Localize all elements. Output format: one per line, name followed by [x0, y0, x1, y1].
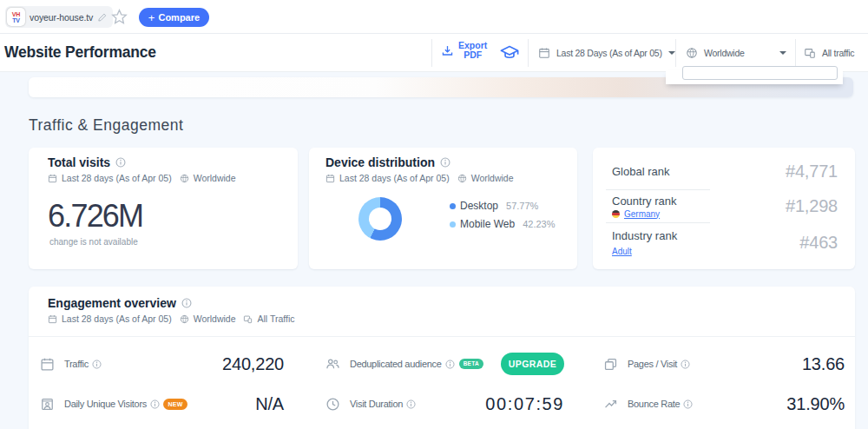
- calendar-icon: [326, 174, 335, 183]
- dedup-label: Deduplicated audience: [350, 359, 442, 369]
- calendar-icon: [40, 357, 55, 372]
- total-visits-date: Last 28 days (As of Apr 05): [62, 173, 172, 183]
- compare-button[interactable]: +Compare: [139, 8, 209, 27]
- industry-link[interactable]: Adult: [612, 247, 632, 256]
- global-rank-row: Global rank #4,771: [593, 148, 855, 189]
- engagement-traffic: All Traffic: [257, 314, 294, 324]
- geo-label: Worldwide: [704, 48, 745, 58]
- export-pdf-button[interactable]: Export PDF: [441, 41, 487, 60]
- metric-pages-visit: Pages / Visit 13.66: [603, 347, 845, 380]
- legend-item-desktop: Desktop 57.77%: [450, 200, 555, 212]
- duration-label: Visit Duration: [350, 399, 403, 409]
- device-legend: Desktop 57.77% Mobile Web 42.23%: [450, 200, 555, 230]
- daily-unique-label: Daily Unique Visitors: [64, 399, 147, 409]
- metric-deduplicated-audience: Deduplicated audience BETA UPGRADE: [326, 347, 564, 380]
- page: VH TV voyeur-house.tv +Compare Website P…: [0, 0, 868, 429]
- download-icon: [441, 44, 454, 57]
- germany-flag-icon: [612, 210, 620, 218]
- toolbar-separator: [528, 39, 529, 67]
- total-visits-geo: Worldwide: [194, 173, 236, 183]
- top-bar: VH TV voyeur-house.tv +Compare: [0, 0, 868, 34]
- metrics-row-1: Traffic 240,220 Deduplicated audience BE…: [29, 347, 855, 380]
- country-link[interactable]: Germany: [624, 209, 660, 219]
- industry-rank-value: #463: [799, 233, 838, 253]
- traffic-label: All traffic: [822, 48, 854, 58]
- calendar-icon: [48, 314, 57, 324]
- metric-bounce-rate: Bounce Rate 31.90%: [603, 387, 845, 420]
- geo-search-input[interactable]: [682, 66, 838, 80]
- export-label-line2: PDF: [458, 50, 487, 60]
- globe-icon: [180, 314, 189, 324]
- info-icon[interactable]: [92, 360, 102, 369]
- bounce-arrow-icon: [603, 397, 618, 412]
- mobile-dot: [450, 221, 456, 228]
- toolbar-separator: [795, 39, 796, 67]
- device-distribution-title: Device distribution: [326, 155, 435, 169]
- calendar-icon: [538, 47, 550, 59]
- device-date: Last 28 days (As of Apr 05): [339, 173, 450, 183]
- rank-card: Global rank #4,771 Country rank Germany …: [593, 148, 855, 269]
- site-tab[interactable]: VH TV voyeur-house.tv: [5, 6, 113, 28]
- engagement-overview-card: Engagement overview Last 28 days (As of …: [29, 287, 855, 429]
- device-distribution-card: Device distribution Last 28 days (As of …: [309, 148, 577, 269]
- devices-icon: [243, 314, 253, 324]
- info-icon[interactable]: [681, 360, 690, 369]
- caret-down-icon: [779, 51, 786, 55]
- info-icon[interactable]: [181, 298, 192, 308]
- site-name: voyeur-house.tv: [30, 12, 93, 23]
- info-icon[interactable]: [683, 399, 693, 409]
- favorite-star-icon[interactable]: [111, 9, 128, 25]
- legend-item-mobile: Mobile Web 42.23%: [450, 218, 555, 230]
- device-geo: Worldwide: [471, 173, 514, 183]
- metric-daily-unique-visitors: Daily Unique Visitors NEW N/A: [40, 387, 284, 420]
- duration-value: 00:07:59: [485, 394, 564, 414]
- pages-label: Pages / Visit: [628, 359, 677, 369]
- education-cap-icon[interactable]: [500, 43, 519, 63]
- section-title: Traffic & Engagement: [29, 116, 183, 135]
- global-rank-value: #4,771: [786, 162, 838, 182]
- info-icon[interactable]: [150, 399, 160, 409]
- pages-value: 13.66: [802, 354, 845, 374]
- calendar-icon: [48, 174, 57, 183]
- info-icon[interactable]: [440, 157, 450, 168]
- page-title: Website Performance: [4, 43, 156, 62]
- country-rank-value: #1,298: [786, 196, 838, 216]
- users-icon: [326, 357, 340, 372]
- engagement-geo: Worldwide: [194, 314, 236, 324]
- person-card-icon: [40, 397, 55, 412]
- pages-icon: [603, 357, 618, 372]
- caret-down-icon: [668, 51, 675, 55]
- bounce-label: Bounce Rate: [628, 399, 680, 409]
- traffic-label: Traffic: [64, 359, 89, 369]
- favicon-text-bottom: TV: [12, 17, 20, 23]
- upgrade-button[interactable]: UPGRADE: [501, 353, 564, 375]
- engagement-title: Engagement overview: [48, 296, 176, 310]
- mobile-label: Mobile Web: [460, 218, 515, 230]
- info-icon[interactable]: [406, 399, 416, 409]
- country-rank-label: Country rank: [612, 195, 676, 208]
- country-rank-row: Country rank Germany #1,298: [593, 190, 855, 222]
- mobile-pct: 42.23%: [523, 219, 555, 229]
- info-icon[interactable]: [115, 157, 126, 168]
- info-icon[interactable]: [445, 360, 455, 369]
- traffic-value: 240,220: [222, 354, 284, 374]
- global-rank-label: Global rank: [612, 165, 669, 178]
- compare-label: Compare: [158, 12, 200, 23]
- globe-icon: [686, 47, 698, 59]
- device-donut-chart: [358, 197, 402, 241]
- desktop-label: Desktop: [460, 200, 498, 212]
- plus-icon: +: [148, 12, 155, 23]
- total-visits-value: 6.726M: [48, 197, 298, 235]
- devices-icon: [804, 47, 816, 59]
- edit-pencil-icon[interactable]: [97, 12, 108, 23]
- metric-traffic: Traffic 240,220: [40, 347, 284, 380]
- daily-unique-value: N/A: [255, 394, 284, 414]
- bounce-value: 31.90%: [786, 394, 845, 414]
- metrics-row-2: Daily Unique Visitors NEW N/A Visit Dura…: [29, 387, 855, 420]
- date-range-selector[interactable]: Last 28 Days (As of Apr 05): [538, 34, 675, 72]
- engagement-date: Last 28 days (As of Apr 05): [62, 314, 172, 324]
- beta-badge: BETA: [459, 359, 483, 370]
- date-range-label: Last 28 Days (As of Apr 05): [556, 48, 662, 58]
- industry-rank-label: Industry rank: [612, 229, 677, 242]
- globe-icon: [180, 174, 189, 183]
